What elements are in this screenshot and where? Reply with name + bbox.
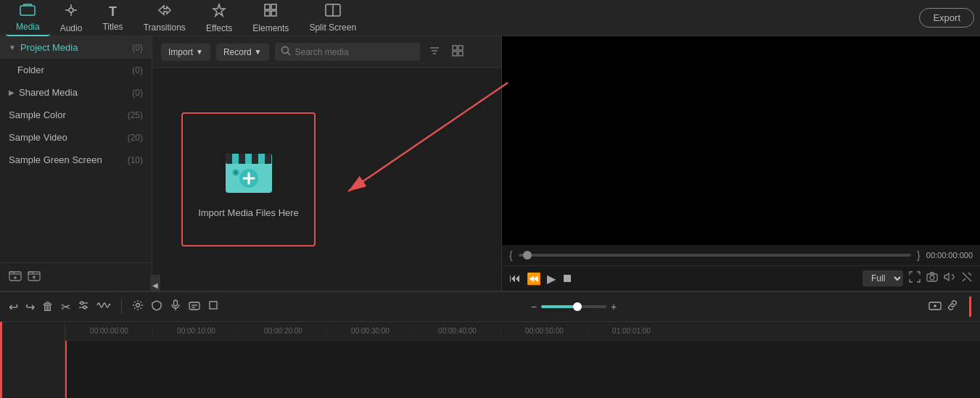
workspace: ▼ Project Media (0) Folder (0) ▶ Shared … [0, 36, 980, 398]
redo-button[interactable]: ↪ [25, 300, 35, 314]
mark-in-button[interactable]: { [509, 249, 513, 261]
nav-titles[interactable]: T Titles [92, 1, 133, 35]
splitscreen-icon [325, 4, 341, 20]
link-button[interactable] [946, 299, 959, 315]
nav-effects-label: Effects [206, 23, 232, 33]
import-drop-box[interactable]: Import Media Files Here [181, 112, 316, 246]
import-folder-button[interactable] [28, 269, 41, 285]
ruler-tick-5: 00:00:50:00 [501, 327, 588, 335]
toolbar-separator [121, 299, 122, 314]
sidebar-item-folder[interactable]: Folder (0) [0, 59, 152, 81]
media-icon [20, 3, 36, 20]
nav-media[interactable]: Media [6, 0, 50, 36]
import-label: Import [168, 47, 193, 57]
caption-button[interactable] [189, 299, 200, 314]
track-area[interactable] [65, 341, 980, 398]
effects-icon [212, 3, 226, 21]
nav-transitions[interactable]: Transitions [133, 1, 196, 36]
svg-rect-45 [210, 302, 217, 309]
crop-button[interactable] [207, 299, 219, 314]
grid-view-button[interactable] [449, 42, 466, 62]
timeline-body: 00:00:00:00 00:00:10:00 00:00:20:00 00:0… [0, 322, 980, 398]
cut-button[interactable]: ✂ [61, 300, 70, 314]
svg-point-34 [930, 275, 934, 280]
nav-elements[interactable]: Elements [242, 0, 299, 36]
drop-area: Import Media Files Here [152, 68, 501, 291]
ruler-tick-3: 00:00:30:00 [326, 327, 413, 335]
nav-elements-label: Elements [252, 23, 289, 33]
add-track-button[interactable] [928, 299, 942, 315]
mic-button[interactable] [170, 299, 181, 314]
shield-button[interactable] [151, 299, 162, 314]
nav-audio[interactable]: Audio [50, 0, 93, 36]
snapshot-button[interactable] [926, 271, 938, 286]
record-button[interactable]: Record ▼ [216, 43, 269, 61]
export-button[interactable]: Export [919, 8, 974, 28]
audio-button[interactable] [944, 271, 955, 286]
scrubber-bar[interactable] [519, 254, 911, 257]
svg-rect-40 [174, 300, 178, 306]
svg-rect-17 [458, 46, 463, 50]
adjust-button[interactable] [78, 299, 89, 314]
preview-panel: { } 00:00:00:000 ⏮ ⏪ ▶ ⏹ Full [501, 36, 980, 291]
transitions-icon [157, 4, 173, 20]
nav-splitscreen[interactable]: Split Screen [299, 1, 366, 36]
timecode: 00:00:00:000 [926, 251, 973, 260]
sidebar-item-sample-color[interactable]: Sample Color (25) [0, 104, 152, 126]
undo-button[interactable]: ↩ [9, 300, 18, 314]
content-panel: Import ▼ Record ▼ [152, 36, 501, 291]
zoom-in-button[interactable]: + [611, 301, 617, 312]
import-dropdown-icon: ▼ [196, 48, 203, 56]
shared-media-count: (0) [132, 88, 143, 98]
frame-back-button[interactable]: ⏪ [527, 272, 541, 286]
svg-point-1 [69, 8, 73, 12]
stop-button[interactable]: ⏹ [561, 272, 573, 285]
clapperboard-icon [220, 141, 278, 199]
search-icon [281, 46, 291, 58]
playhead [65, 341, 67, 398]
preview-icons [909, 271, 973, 286]
ruler-tick-4: 00:00:40:00 [413, 327, 501, 335]
step-back-button[interactable]: ⏮ [509, 272, 521, 285]
project-media-label: Project Media [20, 42, 78, 53]
folder-count: (0) [132, 65, 143, 75]
red-end-bar [969, 297, 971, 317]
sample-color-label: Sample Color [9, 109, 66, 120]
filter-button[interactable] [426, 42, 443, 62]
add-folder-button[interactable] [9, 269, 22, 285]
nav-effects[interactable]: Effects [196, 0, 242, 36]
svg-line-12 [287, 53, 290, 56]
link-button-group [928, 299, 959, 315]
svg-rect-23 [226, 154, 232, 164]
scrubber-handle [523, 251, 532, 260]
play-button[interactable]: ▶ [547, 272, 556, 286]
ruler-row: 00:00:00:00 00:00:10:00 00:00:20:00 00:0… [65, 322, 980, 341]
sidebar-item-shared-media[interactable]: ▶ Shared Media (0) [0, 81, 152, 104]
svg-rect-19 [458, 51, 463, 56]
fullscreen-button[interactable] [909, 271, 921, 286]
quality-select[interactable]: Full [862, 270, 903, 286]
sample-video-count: (20) [128, 133, 143, 143]
search-input[interactable] [295, 47, 414, 57]
settings-button[interactable] [132, 299, 144, 314]
zoom-handle [573, 302, 582, 311]
zoom-track[interactable] [541, 305, 606, 308]
zoom-out-button[interactable]: − [531, 301, 537, 312]
audio-wave-button[interactable] [96, 299, 111, 314]
search-box [275, 43, 420, 61]
mark-out-button[interactable]: } [917, 249, 921, 261]
delete-button[interactable]: 🗑 [42, 300, 54, 313]
sidebar-item-project-media[interactable]: ▼ Project Media (0) [0, 36, 152, 59]
nav-transitions-label: Transitions [144, 22, 186, 33]
record-label: Record [223, 47, 252, 57]
sidebar-item-sample-green-screen[interactable]: Sample Green Screen (10) [0, 149, 152, 171]
resize-button[interactable] [961, 271, 973, 286]
svg-rect-6 [271, 11, 276, 16]
content-toolbar: Import ▼ Record ▼ [152, 36, 501, 68]
import-box-label: Import Media Files Here [198, 207, 299, 218]
playhead-left [0, 322, 2, 398]
svg-rect-26 [265, 154, 271, 164]
import-button[interactable]: Import ▼ [161, 43, 210, 61]
sidebar-item-sample-video[interactable]: Sample Video (20) [0, 126, 152, 149]
svg-rect-24 [239, 154, 245, 164]
